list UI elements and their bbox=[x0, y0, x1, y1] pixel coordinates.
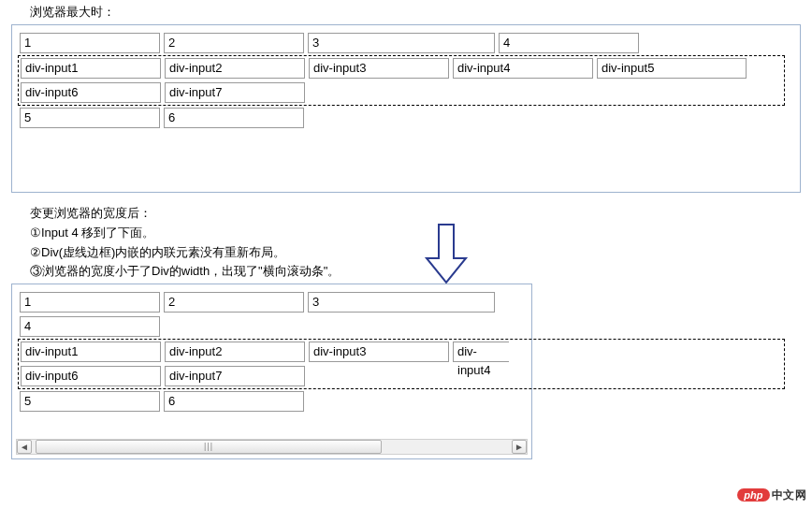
input-6-n[interactable]: 6 bbox=[164, 391, 304, 412]
input-5[interactable]: 5 bbox=[20, 108, 160, 128]
input-6[interactable]: 6 bbox=[164, 108, 304, 128]
layout-flow-wide: 1 2 3 4 div-input1 div-input2 div-input3… bbox=[18, 31, 783, 130]
browser-panel-wide: 1 2 3 4 div-input1 div-input2 div-input3… bbox=[11, 24, 801, 193]
div-input-4-n[interactable]: div-input4 bbox=[453, 342, 509, 362]
label-browser-max: 浏览器最大时： bbox=[30, 4, 812, 21]
div-input-5[interactable]: div-input5 bbox=[597, 58, 747, 79]
div-input-7-n[interactable]: div-input7 bbox=[165, 366, 305, 386]
div-input-2[interactable]: div-input2 bbox=[165, 58, 305, 79]
dashed-div-wide: div-input1 div-input2 div-input3 div-inp… bbox=[18, 55, 785, 106]
input-3[interactable]: 3 bbox=[308, 33, 495, 53]
div-input-3[interactable]: div-input3 bbox=[309, 58, 449, 79]
input-2[interactable]: 2 bbox=[164, 33, 304, 53]
desc-after: 变更浏览器的宽度后： bbox=[30, 204, 812, 224]
scroll-right-button[interactable]: ► bbox=[512, 440, 527, 454]
watermark-text: 中文网 bbox=[772, 488, 807, 502]
browser-panel-narrow: 1 2 3 4 div-input1 div-input2 div-input3… bbox=[11, 284, 532, 459]
input-4-n[interactable]: 4 bbox=[20, 316, 160, 337]
desc-line-1: ①Input 4 移到了下面。 bbox=[30, 224, 812, 243]
down-arrow-icon bbox=[423, 221, 470, 288]
desc-line-3: ③浏览器的宽度小于了Div的width，出现了"横向滚动条"。 bbox=[30, 262, 812, 282]
watermark: php中文网 bbox=[737, 487, 806, 503]
input-4[interactable]: 4 bbox=[499, 33, 639, 53]
input-3-n[interactable]: 3 bbox=[308, 292, 495, 313]
div-input-1-n[interactable]: div-input1 bbox=[21, 342, 161, 362]
scrollbar-thumb[interactable]: ||| bbox=[36, 440, 382, 454]
div-input-6[interactable]: div-input6 bbox=[21, 82, 161, 103]
dashed-div-narrow: div-input1 div-input2 div-input3 div-inp… bbox=[18, 339, 785, 389]
input-1-n[interactable]: 1 bbox=[20, 292, 160, 313]
div-input-3-n[interactable]: div-input3 bbox=[309, 342, 449, 362]
div-input-1[interactable]: div-input1 bbox=[21, 58, 161, 79]
layout-flow-narrow: 1 2 3 4 div-input1 div-input2 div-input3… bbox=[18, 290, 508, 414]
div-input-2-n[interactable]: div-input2 bbox=[165, 342, 305, 362]
input-5-n[interactable]: 5 bbox=[20, 391, 160, 412]
input-1[interactable]: 1 bbox=[20, 33, 160, 53]
div-input-6-n[interactable]: div-input6 bbox=[21, 366, 161, 386]
description-block: 变更浏览器的宽度后： ①Input 4 移到了下面。 ②Div(虚线边框)内嵌的… bbox=[30, 204, 812, 282]
horizontal-scrollbar[interactable]: ◄ ||| ► bbox=[16, 439, 528, 455]
desc-line-2: ②Div(虚线边框)内嵌的内联元素没有重新布局。 bbox=[30, 243, 812, 263]
div-input-4[interactable]: div-input4 bbox=[453, 58, 593, 79]
watermark-php-badge: php bbox=[737, 488, 769, 502]
div-input-7[interactable]: div-input7 bbox=[165, 82, 305, 103]
scroll-left-button[interactable]: ◄ bbox=[17, 440, 32, 454]
input-2-n[interactable]: 2 bbox=[164, 292, 304, 313]
